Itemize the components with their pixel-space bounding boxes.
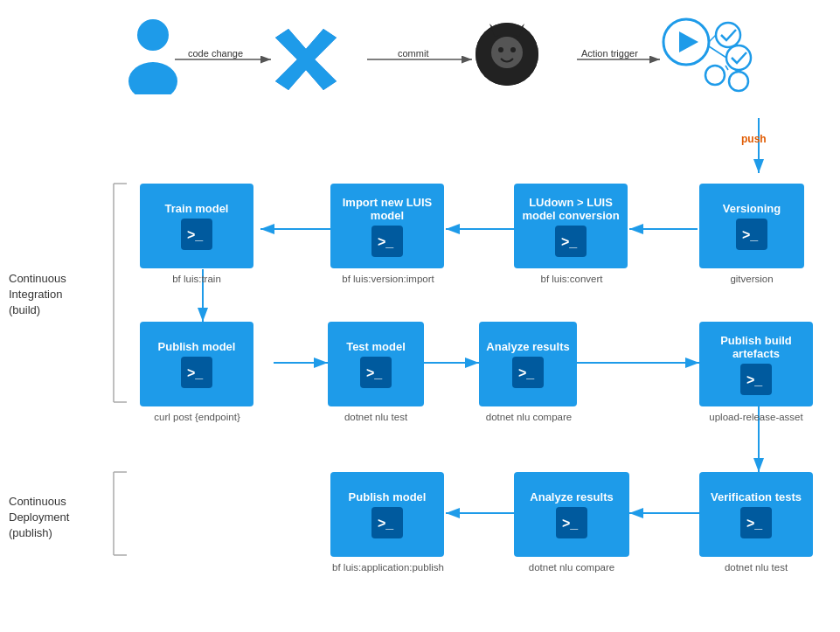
analyze-results-cd-label: dotnet nlu compare (503, 562, 641, 573)
svg-text:>_: >_ (742, 227, 759, 242)
train-model-cmd-icon: >_ (181, 219, 212, 250)
analyze-results-cd-box: Analyze results >_ (514, 472, 629, 557)
ludown-box: LUdown > LUISmodel conversion >_ (514, 184, 628, 268)
analyze-results-cd-cmd-icon: >_ (556, 507, 587, 538)
svg-text:>_: >_ (746, 372, 763, 387)
ludown-label: bf luis:convert (507, 274, 636, 284)
analyze-results-ci-label: dotnet nlu compare (468, 412, 590, 422)
import-luis-box: Import new LUISmodel >_ (330, 184, 444, 268)
svg-text:>_: >_ (561, 234, 578, 249)
svg-line-42 (725, 66, 728, 70)
svg-point-23 (128, 62, 177, 94)
publish-model-ci-box: Publish model >_ (140, 322, 253, 406)
svg-text:>_: >_ (518, 365, 535, 380)
svg-text:>_: >_ (562, 516, 579, 531)
versioning-label: gitversion (699, 274, 804, 284)
diagram: ⚙ (0, 0, 840, 632)
verification-tests-box: Verification tests >_ (699, 472, 813, 557)
svg-text:>_: >_ (378, 516, 394, 531)
ci-section-label: ContinuousIntegration(build) (9, 271, 66, 319)
person-icon (122, 16, 184, 98)
test-model-label: dotnet nlu test (315, 412, 437, 422)
import-luis-cmd-icon: >_ (371, 226, 403, 257)
push-label: push (741, 133, 767, 145)
analyze-results-ci-cmd-icon: >_ (512, 357, 544, 388)
vscode-icon (271, 24, 341, 98)
publish-model-cd-box: Publish model >_ (330, 472, 444, 557)
versioning-box: Versioning >_ (699, 184, 804, 268)
svg-point-39 (729, 72, 748, 91)
svg-point-22 (137, 19, 169, 51)
train-model-label: bf luis:train (135, 274, 258, 284)
publish-build-artefacts-cmd-icon: >_ (740, 364, 772, 395)
publish-model-ci-cmd-icon: >_ (181, 357, 212, 388)
svg-text:>_: >_ (187, 227, 204, 242)
svg-text:>_: >_ (746, 516, 763, 531)
code-change-label: code change (188, 48, 243, 59)
publish-model-cd-cmd-icon: >_ (371, 507, 403, 538)
action-trigger-label: Action trigger (581, 48, 638, 59)
svg-point-33 (510, 47, 516, 52)
github-actions-icon (660, 16, 756, 102)
svg-point-29 (491, 37, 523, 68)
test-model-box: Test model >_ (328, 322, 424, 406)
versioning-cmd-icon: >_ (736, 219, 767, 250)
publish-model-ci-label: curl post {endpoint} (129, 412, 265, 422)
commit-label: commit (398, 48, 428, 59)
import-luis-label: bf luis:version:import (315, 274, 462, 284)
test-model-cmd-icon: >_ (360, 357, 392, 388)
cd-section-label: ContinuousDeployment(publish) (9, 494, 69, 542)
analyze-results-ci-box: Analyze results >_ (479, 322, 577, 406)
github-icon: ⚙ (472, 19, 542, 93)
svg-text:>_: >_ (366, 365, 383, 380)
verification-tests-cmd-icon: >_ (740, 507, 772, 538)
svg-marker-35 (679, 31, 698, 52)
ludown-cmd-icon: >_ (555, 226, 587, 257)
svg-point-32 (498, 47, 503, 52)
publish-build-artefacts-box: Publish buildartefacts >_ (699, 322, 813, 406)
svg-marker-25 (275, 29, 337, 90)
publish-build-artefacts-label: upload-release-asset (686, 412, 826, 422)
verification-tests-label: dotnet nlu test (691, 562, 822, 573)
svg-point-37 (726, 45, 751, 70)
svg-point-36 (716, 23, 740, 47)
svg-line-41 (709, 46, 726, 58)
svg-text:>_: >_ (187, 365, 204, 380)
svg-text:>_: >_ (378, 234, 394, 249)
publish-model-cd-label: bf luis:application:publish (310, 562, 466, 573)
train-model-box: Train model >_ (140, 184, 253, 268)
svg-point-38 (705, 66, 725, 85)
